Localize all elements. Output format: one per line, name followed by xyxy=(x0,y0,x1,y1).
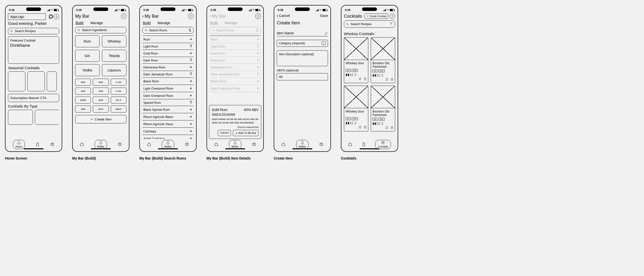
source-link[interactable]: [Source material link] xyxy=(212,126,258,128)
rum-row[interactable]: Light Rum xyxy=(142,43,194,50)
tab-home[interactable] xyxy=(80,142,84,146)
profile-avatar-icon[interactable] xyxy=(255,14,261,19)
sort-icon[interactable]: ⇅ xyxy=(188,28,191,32)
tab-build[interactable]: Build xyxy=(76,21,83,25)
ingredient-chip[interactable]: ᘯᘯᘯ xyxy=(75,79,91,86)
filter-icon[interactable] xyxy=(390,22,393,26)
subscription-banner[interactable]: Subscription Banner CTA xyxy=(8,94,59,102)
category-vodka[interactable]: Vodka xyxy=(75,64,100,76)
ingredient-chip[interactable]: ᘯ ᘯᘯ xyxy=(111,79,126,86)
search-ingredients-input[interactable]: Search Ingredients xyxy=(75,27,126,33)
note-icon[interactable] xyxy=(390,78,394,82)
add-to-my-bar-button[interactable]: ＋ Add To My Bar xyxy=(233,130,258,136)
note-icon[interactable] xyxy=(364,78,366,81)
create-item-button[interactable]: ＋Create Item xyxy=(75,115,126,124)
compose-icon[interactable] xyxy=(48,14,54,20)
seasonal-tile[interactable] xyxy=(47,72,57,91)
save-link[interactable]: Save xyxy=(320,14,328,18)
tab-build[interactable]: Build xyxy=(143,21,150,25)
ingredient-chip[interactable]: ᘯᘯᘯ xyxy=(93,79,108,86)
category-gin[interactable]: Gin xyxy=(75,50,100,62)
bookmark-icon[interactable] xyxy=(386,78,388,82)
back-icon[interactable]: ‹ xyxy=(277,14,278,18)
add-icon[interactable]: ＋ xyxy=(189,107,192,112)
trash-icon[interactable] xyxy=(189,44,192,48)
rum-row[interactable]: Black Spiced Rum＋ xyxy=(142,106,194,113)
profile-avatar-icon[interactable] xyxy=(188,14,194,19)
note-icon[interactable] xyxy=(390,126,394,130)
tab-cocktails[interactable] xyxy=(319,142,323,146)
rum-row[interactable]: Demerara Rum＋ xyxy=(142,64,194,71)
add-icon[interactable]: ＋ xyxy=(189,122,192,126)
description-textarea[interactable]: Item Description (optional) xyxy=(277,50,328,66)
search-recipes-input[interactable]: Search Recipes xyxy=(344,20,395,28)
tab-mybar[interactable] xyxy=(362,142,366,146)
category-rum[interactable]: Rum xyxy=(75,35,100,47)
bookmark-icon[interactable] xyxy=(358,78,362,81)
ingredient-chip[interactable]: ᘯᘯᘯᘯ xyxy=(111,106,126,112)
add-icon[interactable]: ＋ xyxy=(189,37,192,42)
tab-home[interactable] xyxy=(282,142,286,146)
bookmark-icon[interactable] xyxy=(386,126,388,130)
seasonal-tile[interactable] xyxy=(8,72,26,91)
tab-home[interactable]: Home xyxy=(13,140,25,149)
profile-avatar-icon[interactable] xyxy=(390,14,395,19)
add-icon[interactable]: ＋ xyxy=(189,93,192,98)
rum-row[interactable]: Dark Rum xyxy=(142,57,194,64)
tab-home[interactable] xyxy=(348,142,352,146)
seasonal-carousel[interactable] xyxy=(8,72,59,91)
ingredient-chip[interactable]: ᘯᘯᘯ xyxy=(93,88,108,94)
add-icon[interactable]: ＋ xyxy=(189,136,192,139)
tab-cocktails[interactable] xyxy=(185,142,189,146)
type-tile[interactable] xyxy=(35,110,59,125)
tab-mybar[interactable]: MyBar xyxy=(94,140,107,149)
rum-row[interactable]: Rum＋ xyxy=(142,36,194,43)
ingredient-chip[interactable]: ᘯᘯᘯ xyxy=(75,106,91,112)
add-icon[interactable]: ＋ xyxy=(189,86,192,90)
rum-row[interactable]: Rhum Agricole Vieux＋ xyxy=(142,120,194,128)
trash-icon[interactable] xyxy=(189,58,192,62)
seasonal-tile[interactable] xyxy=(27,72,45,91)
trash-icon[interactable] xyxy=(189,100,192,104)
featured-cocktail-card[interactable]: Featured Cocktail DrinkName xyxy=(8,36,59,64)
rum-row[interactable]: Dark Jamaican Rum xyxy=(142,71,194,78)
profile-avatar-icon[interactable] xyxy=(54,14,59,20)
recipe-card[interactable]: Whiskey Sourᘯᘯᘯᘯᘯ▮▮▯▯ ▯ xyxy=(344,86,368,132)
recipe-card[interactable]: Bourbon Old Fashionedᘯᘯᘯᘯᘯ▮▮▯▯ ▯ xyxy=(371,37,395,83)
create-cocktail-button[interactable]: ＋Create Cocktail xyxy=(364,14,388,19)
add-icon[interactable]: ＋ xyxy=(189,65,192,70)
note-icon[interactable] xyxy=(364,126,366,129)
rum-row[interactable]: Dark Overproof Rum＋ xyxy=(142,92,194,99)
tab-cocktails[interactable]: Cocktails xyxy=(375,140,391,149)
type-tile[interactable] xyxy=(8,110,33,125)
tab-home[interactable] xyxy=(147,142,151,146)
back-icon[interactable]: ‹ xyxy=(210,14,211,18)
tab-mybar[interactable]: MyBar xyxy=(162,140,174,149)
search-recipes-input[interactable]: Search Recipes xyxy=(8,28,59,34)
ingredient-chip[interactable]: ᘯᘯ ᘯ xyxy=(93,106,108,112)
bookmark-icon[interactable] xyxy=(358,126,362,129)
profile-avatar-icon[interactable] xyxy=(121,14,126,19)
category-tequila[interactable]: Tequila xyxy=(102,50,126,62)
tab-home[interactable] xyxy=(214,142,218,146)
tab-manage[interactable]: Manage xyxy=(158,21,170,25)
back-icon[interactable]: ‹ xyxy=(142,14,144,18)
rum-row[interactable]: Spiced Rum xyxy=(142,99,194,106)
rum-row[interactable]: Cachaça＋ xyxy=(142,128,194,135)
rum-row[interactable]: Gold Rum＋ xyxy=(142,50,194,57)
ingredient-chip[interactable]: ᘯ ᘯᘯ xyxy=(111,88,126,94)
category-whiskey[interactable]: Whiskey xyxy=(102,35,126,47)
tab-cocktails[interactable] xyxy=(50,142,54,146)
recipe-card[interactable]: Bourbon Old Fashionedᘯᘯᘯᘯᘯ▮▮▯▯ ▯ xyxy=(371,86,395,132)
add-icon[interactable]: ＋ xyxy=(189,114,192,119)
tab-cocktails[interactable] xyxy=(252,142,256,146)
add-icon[interactable]: ＋ xyxy=(189,129,192,134)
tab-mybar[interactable] xyxy=(36,142,40,146)
add-icon[interactable]: ＋ xyxy=(189,79,192,83)
trash-icon[interactable] xyxy=(189,72,192,76)
rum-row[interactable]: Black Rum＋ xyxy=(142,78,194,85)
ingredient-chip[interactable]: ᘯᘯᘯ xyxy=(75,88,91,94)
ingredient-chip[interactable]: ᘯᘯᘯ xyxy=(93,96,108,104)
tab-mybar[interactable]: MyBar xyxy=(296,140,309,149)
tab-mybar[interactable]: MyBar xyxy=(229,140,242,149)
